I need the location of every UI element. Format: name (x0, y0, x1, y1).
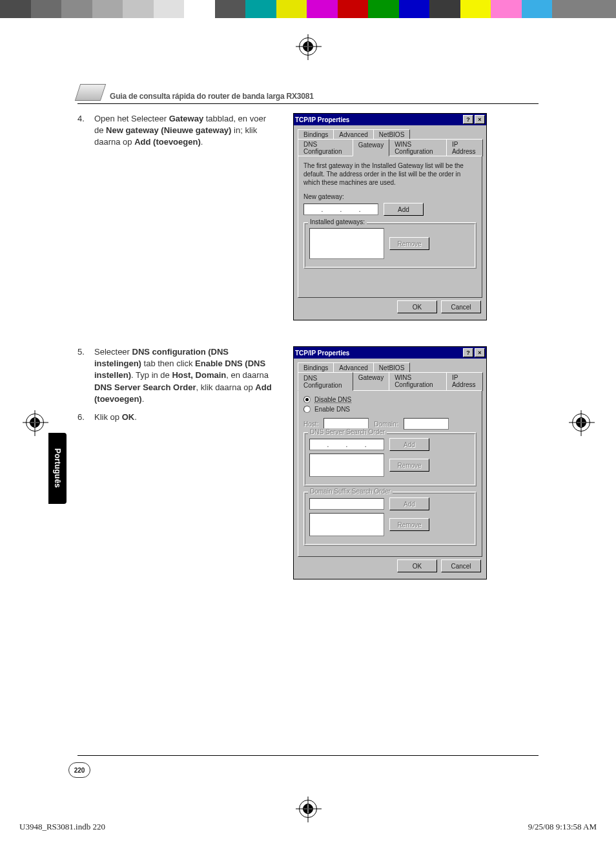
registration-mark-top (299, 37, 317, 56)
ok-button[interactable]: OK (397, 559, 437, 572)
cancel-button[interactable]: Cancel (441, 559, 481, 572)
help-button[interactable]: ? (463, 348, 473, 357)
suffix-add-button[interactable]: Add (389, 497, 429, 510)
print-datetime: 9/25/08 9:13:58 AM (528, 822, 597, 832)
suffix-search-label: Domain Suffix Search Order (308, 488, 393, 495)
new-gateway-label: New gateway: (303, 193, 477, 200)
dns-add-button[interactable]: Add (389, 438, 429, 451)
new-gateway-input[interactable]: ... (303, 203, 378, 215)
tab-advanced[interactable]: Advanced (333, 362, 373, 373)
dialog-titlebar[interactable]: TCP/IP Properties ? × (294, 347, 486, 359)
tab-advanced[interactable]: Advanced (333, 129, 373, 140)
tab-bindings[interactable]: Bindings (298, 129, 334, 140)
domain-input[interactable] (404, 418, 449, 430)
registration-mark-left (26, 413, 44, 432)
tcpip-dns-dialog: TCP/IP Properties ? × Bindings Advanced … (293, 346, 487, 579)
dns-remove-button[interactable]: Remove (389, 459, 429, 472)
gateway-add-button[interactable]: Add (384, 203, 424, 216)
print-file: U3948_RS3081.indb 220 (19, 822, 105, 832)
dns-search-label: DNS Server Search Order (308, 428, 387, 435)
gateway-note: The first gateway in the Installed Gatew… (303, 162, 477, 187)
domain-label: Domain: (374, 421, 398, 428)
tab-gateway[interactable]: Gateway (353, 372, 389, 391)
installed-gateways-label: Installed gateways: (308, 218, 367, 225)
print-footer: U3948_RS3081.indb 220 9/25/08 9:13:58 AM (19, 822, 597, 832)
tab-dns-config[interactable]: DNS Configuration (298, 139, 353, 156)
tab-ip-address[interactable]: IP Address (446, 139, 483, 156)
dns-search-list[interactable] (309, 454, 384, 477)
language-tab: Português (48, 433, 67, 504)
tab-ip-address[interactable]: IP Address (446, 372, 483, 391)
suffix-remove-button[interactable]: Remove (389, 518, 429, 531)
gateway-remove-button[interactable]: Remove (389, 237, 429, 250)
step-6: 6. Klik op OK. (77, 412, 278, 423)
step-4: 4. Open het Selecteer Gateway tabblad, e… (77, 113, 278, 149)
dialog-titlebar[interactable]: TCP/IP Properties ? × (294, 114, 486, 125)
page-number: 220 (68, 762, 90, 778)
registration-mark-right (572, 413, 590, 432)
suffix-list[interactable] (309, 513, 384, 536)
tab-dns-config[interactable]: DNS Configuration (298, 372, 353, 391)
radio-disable-dns[interactable]: Disable DNS (303, 396, 477, 403)
registration-mark-bottom (299, 800, 317, 818)
dns-search-input[interactable]: ... (309, 439, 384, 450)
tab-wins-config[interactable]: WINS Configuration (389, 139, 447, 156)
tab-wins-config[interactable]: WINS Configuration (389, 372, 447, 391)
installed-gateways-list[interactable] (309, 228, 384, 259)
tab-netbios[interactable]: NetBIOS (373, 129, 410, 140)
router-icon (75, 84, 106, 101)
tab-bindings[interactable]: Bindings (298, 362, 334, 373)
tab-netbios[interactable]: NetBIOS (373, 362, 410, 373)
radio-enable-dns[interactable]: Enable DNS (303, 406, 477, 413)
dialog-title: TCP/IP Properties (295, 349, 349, 357)
help-button[interactable]: ? (463, 115, 473, 124)
ok-button[interactable]: OK (397, 300, 437, 313)
close-button[interactable]: × (475, 348, 485, 357)
close-button[interactable]: × (475, 115, 485, 124)
dialog-title: TCP/IP Properties (295, 116, 349, 123)
page-header: Guia de consulta rápida do router de ban… (77, 84, 539, 104)
header-title: Guia de consulta rápida do router de ban… (110, 92, 314, 101)
tab-gateway[interactable]: Gateway (353, 139, 389, 156)
suffix-input[interactable] (309, 498, 384, 510)
cancel-button[interactable]: Cancel (441, 300, 481, 313)
host-label: Host: (303, 421, 318, 428)
footer-rule (77, 755, 539, 756)
tcpip-gateway-dialog: TCP/IP Properties ? × Bindings Advanced … (293, 113, 487, 320)
step-5: 5. Selecteer DNS configuration (DNS inst… (77, 346, 278, 405)
